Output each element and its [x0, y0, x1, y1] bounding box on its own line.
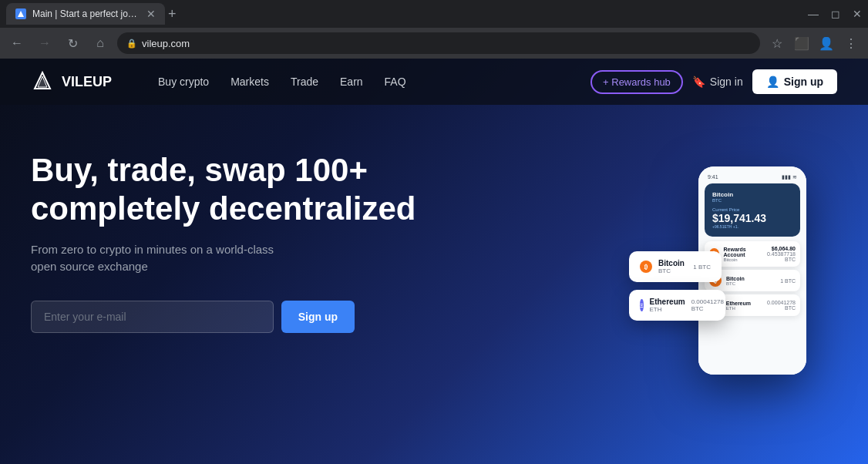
- signup-label: Sign up: [784, 76, 823, 88]
- website-body: VILEUP Buy crypto Markets Trade Earn FAQ…: [0, 59, 868, 464]
- logo-icon: [31, 70, 54, 93]
- close-btn[interactable]: ✕: [853, 8, 862, 20]
- url-bar[interactable]: 🔒 vileup.com: [117, 32, 760, 54]
- account-icon[interactable]: 👤: [816, 32, 837, 54]
- user-icon: 🔖: [692, 76, 705, 88]
- rewards-hub-btn[interactable]: + Rewards hub: [590, 70, 683, 94]
- url-text: vileup.com: [142, 38, 190, 49]
- email-input[interactable]: [31, 301, 274, 333]
- minimize-btn[interactable]: —: [808, 8, 819, 20]
- svg-marker-0: [18, 11, 24, 17]
- window-controls: — ◻ ✕: [808, 8, 862, 20]
- hero-signup-btn[interactable]: Sign up: [281, 301, 355, 333]
- hero-subtitle: From zero to crypto in minutes on a worl…: [31, 241, 293, 276]
- back-btn[interactable]: ←: [6, 32, 28, 54]
- home-btn[interactable]: ⌂: [89, 32, 111, 54]
- navbar: VILEUP Buy crypto Markets Trade Earn FAQ…: [0, 59, 868, 105]
- browser-toolbar: ← → ↻ ⌂ 🔒 vileup.com ☆ ⬛ 👤 ⋮: [0, 28, 868, 59]
- logo-text: VILEUP: [62, 74, 112, 90]
- nav-markets[interactable]: Markets: [230, 76, 269, 88]
- nav-trade[interactable]: Trade: [291, 76, 318, 88]
- nav-faq[interactable]: FAQ: [385, 76, 406, 88]
- logo[interactable]: VILEUP: [31, 70, 112, 93]
- signup-icon: 👤: [766, 76, 779, 88]
- tab-close-btn[interactable]: ✕: [146, 8, 156, 20]
- bookmark-icon[interactable]: ☆: [766, 32, 788, 54]
- nav-actions: + Rewards hub 🔖 Sign in 👤 Sign up: [590, 69, 837, 94]
- hero-title: Buy, trade, swap 100+ completely decentr…: [31, 151, 432, 229]
- nav-earn[interactable]: Earn: [340, 76, 363, 88]
- lock-icon: 🔒: [126, 39, 137, 49]
- menu-icon[interactable]: ⋮: [840, 32, 862, 54]
- hero-form: Sign up: [31, 301, 355, 333]
- signin-btn[interactable]: 🔖 Sign in: [692, 76, 743, 88]
- extensions-icon[interactable]: ⬛: [791, 32, 812, 54]
- toolbar-icons: ☆ ⬛ 👤 ⋮: [766, 32, 862, 54]
- hero-section: Buy, trade, swap 100+ completely decentr…: [0, 105, 868, 356]
- new-tab-btn[interactable]: +: [165, 3, 180, 25]
- tab-title: Main | Start a perfect journey: [32, 8, 140, 19]
- browser-tabs: Main | Start a perfect journey ✕ +: [6, 0, 180, 28]
- nav-buy-crypto[interactable]: Buy crypto: [158, 76, 209, 88]
- signin-label: Sign in: [710, 76, 743, 88]
- active-tab[interactable]: Main | Start a perfect journey ✕: [6, 3, 165, 25]
- forward-btn[interactable]: →: [34, 32, 56, 54]
- restore-btn[interactable]: ◻: [831, 8, 840, 20]
- browser-chrome: Main | Start a perfect journey ✕ + — ◻ ✕: [0, 0, 868, 28]
- nav-links: Buy crypto Markets Trade Earn FAQ: [158, 76, 406, 88]
- refresh-btn[interactable]: ↻: [62, 32, 83, 54]
- signup-btn[interactable]: 👤 Sign up: [752, 69, 837, 94]
- tab-favicon: [15, 8, 26, 19]
